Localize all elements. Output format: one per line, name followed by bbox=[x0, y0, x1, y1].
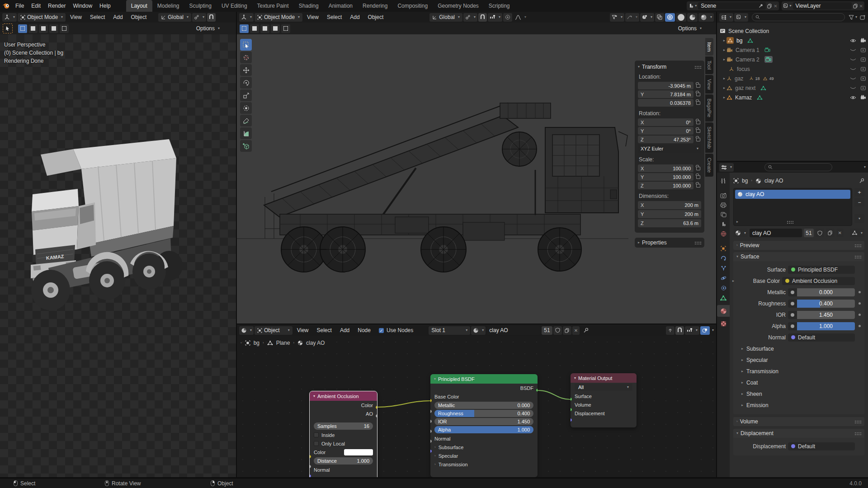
displacement-panel-header[interactable]: ▾Displacement bbox=[733, 429, 864, 438]
breadcrumb-material[interactable]: clay AO bbox=[306, 340, 325, 346]
vpl-menu-view[interactable]: View bbox=[66, 12, 85, 23]
tool-select-box[interactable] bbox=[240, 39, 252, 51]
lock-icon[interactable] bbox=[696, 84, 700, 88]
node-bsdf-ior[interactable]: IOR1.450 bbox=[434, 418, 533, 425]
node-bsdf-specular-panel[interactable]: ›Specular bbox=[430, 451, 538, 460]
shader-type-dropdown[interactable]: Object▾ bbox=[255, 326, 292, 335]
transform-collapse-icon[interactable]: ▾ bbox=[638, 65, 640, 69]
npanel-tab-tool[interactable]: Tool bbox=[705, 56, 713, 74]
use-nodes-checkbox[interactable]: ✓ Use Nodes bbox=[375, 327, 417, 333]
fake-user-shield-icon[interactable] bbox=[553, 326, 562, 335]
node-ao-samples-field[interactable]: Samples16 bbox=[314, 422, 373, 430]
normal-dropdown[interactable]: Default bbox=[788, 333, 855, 342]
vpm-snap-with-dropdown[interactable]: ▾ bbox=[488, 13, 502, 22]
lock-icon[interactable] bbox=[696, 175, 700, 179]
tab-tool-icon[interactable] bbox=[721, 178, 726, 184]
vpm-menu-view[interactable]: View bbox=[303, 12, 322, 23]
editor-type-3dview-button[interactable]: ▾ bbox=[2, 13, 17, 22]
decorate-dot[interactable] bbox=[859, 325, 861, 327]
vpm-menu-object[interactable]: Object bbox=[364, 12, 387, 23]
tool-measure[interactable] bbox=[240, 127, 252, 139]
disable-render-camera-icon[interactable] bbox=[860, 38, 866, 43]
browse-material-button[interactable]: ▾ bbox=[733, 229, 748, 237]
vpm-pivot-dropdown[interactable]: ▾ bbox=[463, 13, 477, 22]
socket-button[interactable] bbox=[788, 311, 797, 319]
hide-eye-icon[interactable] bbox=[850, 38, 856, 43]
shading-wireframe-button[interactable] bbox=[665, 13, 675, 22]
menu-edit[interactable]: Edit bbox=[28, 0, 44, 12]
workspace-tab-modeling[interactable]: Modeling bbox=[152, 0, 184, 12]
outliner-display-mode-dropdown[interactable]: ▾ bbox=[719, 13, 733, 22]
vpm-menu-select[interactable]: Select bbox=[323, 12, 345, 23]
dimensions-x-field[interactable]: X200 m bbox=[638, 201, 701, 209]
socket-button[interactable] bbox=[788, 288, 797, 296]
workspace-tab-texture-paint[interactable]: Texture Paint bbox=[252, 0, 294, 12]
material-users-count[interactable]: 51 bbox=[542, 326, 552, 335]
scale-y-field[interactable]: Y100.000 bbox=[638, 173, 693, 181]
lock-icon[interactable] bbox=[696, 129, 700, 133]
tab-modifiers-icon[interactable] bbox=[721, 255, 726, 261]
scene-icon[interactable]: ▾ bbox=[688, 3, 697, 9]
vpm-menu-add[interactable]: Add bbox=[346, 12, 363, 23]
node-ao-onlylocal-checkbox[interactable]: Only Local bbox=[310, 439, 377, 448]
color-swatch[interactable] bbox=[344, 449, 373, 455]
nodetree-filter-button[interactable]: ▾ bbox=[850, 229, 864, 237]
tab-scene-icon[interactable] bbox=[721, 221, 726, 227]
outliner-row-camera2[interactable]: ▸ Camera 2 bbox=[717, 55, 868, 64]
dimensions-y-field[interactable]: Y200 m bbox=[638, 210, 701, 218]
vpm-snap-magnet-icon[interactable] bbox=[478, 13, 487, 22]
socket-ao-out[interactable] bbox=[375, 414, 377, 418]
scale-x-field[interactable]: X100.000 bbox=[638, 164, 693, 172]
select-mode-invert[interactable] bbox=[49, 24, 58, 33]
location-z-field[interactable]: 0.036378 bbox=[638, 99, 693, 107]
rotation-mode-dropdown[interactable]: XYZ Euler▾ bbox=[638, 145, 701, 153]
socket-bsdf-out[interactable] bbox=[536, 388, 538, 392]
select-mode-set[interactable] bbox=[18, 24, 27, 33]
hidden-eye-icon[interactable] bbox=[850, 58, 856, 61]
ior-slider[interactable]: 1.450 bbox=[797, 311, 855, 319]
vpm-orientation-dropdown[interactable]: Global▾ bbox=[429, 13, 462, 22]
socket-metallic-in[interactable] bbox=[430, 409, 432, 413]
vpm-select-mode-set[interactable] bbox=[240, 24, 249, 33]
socket-color-in[interactable] bbox=[310, 455, 311, 459]
blender-logo-icon[interactable] bbox=[0, 3, 12, 9]
decorate-dot[interactable] bbox=[859, 302, 861, 305]
vpl-menu-add[interactable]: Add bbox=[109, 12, 126, 23]
npanel-tab-bagapie[interactable]: BagaPie bbox=[705, 94, 713, 122]
outliner-row-kamaz[interactable]: ▸ Kamaz bbox=[717, 93, 868, 102]
subpanel-specular[interactable]: ▸Specular bbox=[735, 354, 861, 366]
tool-transform[interactable] bbox=[240, 102, 252, 114]
lock-icon[interactable] bbox=[696, 138, 700, 141]
subpanel-transmission[interactable]: ▸Transmission bbox=[735, 366, 861, 377]
material-slot-selected[interactable]: clay AO bbox=[735, 190, 850, 199]
socket-displacement-in[interactable] bbox=[571, 418, 572, 422]
hidden-eye-icon[interactable] bbox=[850, 77, 856, 80]
tab-object-icon[interactable] bbox=[721, 246, 726, 251]
vpm-select-mode-intersect[interactable] bbox=[281, 24, 290, 33]
node-output-target-dropdown[interactable]: All▾ bbox=[575, 384, 632, 391]
node-material-output[interactable]: ▾Material Output All▾ Surface Volume Dis… bbox=[571, 373, 637, 427]
node-ao-header[interactable]: ▾Ambient Occlusion bbox=[310, 391, 377, 401]
breadcrumb-collapse-icon[interactable]: › bbox=[241, 341, 242, 345]
subpanel-sheen[interactable]: ▸Sheen bbox=[735, 388, 861, 399]
vpl-orientation-dropdown[interactable]: Global▾ bbox=[158, 13, 191, 22]
material-slot-list[interactable]: clay AO ▸ bbox=[733, 188, 852, 226]
node-ambient-occlusion[interactable]: ▾Ambient Occlusion Color AO Samples16 In… bbox=[310, 391, 377, 477]
slot-specials-icon[interactable]: ▸ bbox=[736, 220, 738, 224]
hidden-eye-icon[interactable] bbox=[850, 67, 856, 71]
unlink-scene-icon[interactable]: ✕ bbox=[774, 4, 777, 9]
disable-render-camera-icon[interactable] bbox=[860, 95, 866, 100]
users-count-button[interactable]: 51 bbox=[804, 229, 813, 237]
subpanel-subsurface[interactable]: ▸Subsurface bbox=[735, 343, 861, 354]
tool-move[interactable] bbox=[240, 64, 252, 76]
node-bsdf-subsurface-panel[interactable]: ›Subsurface bbox=[430, 443, 538, 451]
node-bsdf-header[interactable]: ▾Principled BSDF bbox=[430, 374, 538, 384]
expand-icon[interactable]: ▸ bbox=[723, 39, 725, 42]
rotation-x-field[interactable]: X0° bbox=[638, 118, 693, 126]
workspace-tab-uv-editing[interactable]: UV Editing bbox=[217, 0, 252, 12]
node-bsdf-transmission-panel[interactable]: ›Transmission bbox=[430, 460, 538, 469]
workspace-tab-scripting[interactable]: Scripting bbox=[484, 0, 515, 12]
subpanel-coat[interactable]: ▸Coat bbox=[735, 377, 861, 388]
vpm-object-visibility-dropdown[interactable]: ▾ bbox=[610, 13, 624, 22]
menu-help[interactable]: Help bbox=[96, 0, 114, 12]
